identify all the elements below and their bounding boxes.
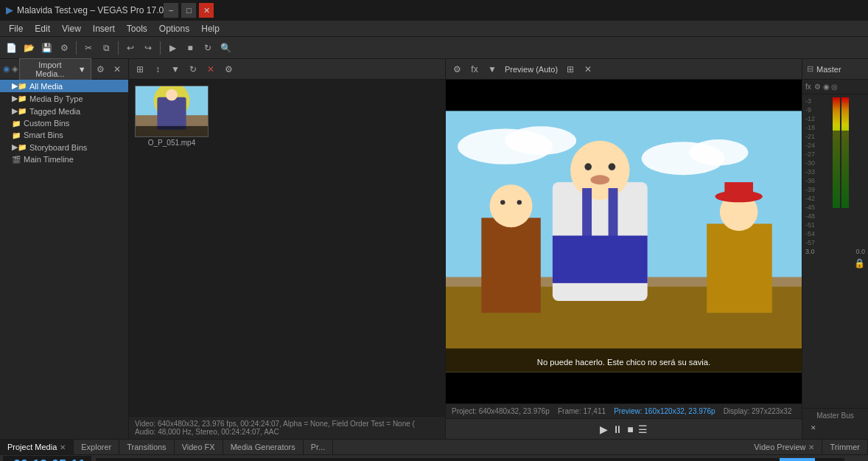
- mixer-close[interactable]: ✕: [805, 420, 822, 436]
- settings2-btn[interactable]: ⚙: [220, 61, 237, 77]
- toolbar-settings[interactable]: ⚙: [93, 61, 108, 77]
- refresh-button[interactable]: ↻: [185, 61, 201, 77]
- tab-close2-icon[interactable]: ✕: [808, 443, 814, 451]
- transport-play[interactable]: ▶: [600, 423, 608, 435]
- open-button[interactable]: 📂: [21, 40, 37, 56]
- svg-point-24: [517, 200, 522, 204]
- tab-close-icon[interactable]: ✕: [60, 443, 66, 451]
- zoom-button[interactable]: 🔍: [217, 40, 234, 56]
- transport-stop[interactable]: ■: [627, 423, 633, 435]
- thumb-item[interactable]: O_P_051.mp4: [135, 86, 209, 410]
- save-button[interactable]: 💾: [38, 40, 55, 56]
- undo-button[interactable]: ↩: [122, 40, 139, 56]
- menu-tools[interactable]: Tools: [121, 22, 153, 35]
- svg-rect-25: [707, 223, 772, 313]
- mixer-header: ⊟ Master: [802, 59, 868, 80]
- svg-point-4: [166, 89, 178, 101]
- tab-label: Video FX: [182, 443, 215, 451]
- menu-view[interactable]: View: [56, 22, 87, 35]
- tab-trimmer[interactable]: Trimmer: [822, 440, 868, 454]
- svg-point-10: [689, 139, 749, 165]
- tab-transitions[interactable]: Transitions: [119, 440, 174, 454]
- tab-video-preview[interactable]: Video Preview ✕: [746, 440, 822, 454]
- folder-icon: 📁: [12, 119, 21, 128]
- maximize-button[interactable]: □: [181, 3, 196, 18]
- tab-label: Transitions: [127, 443, 166, 451]
- preview-grid[interactable]: ⊞: [562, 61, 578, 77]
- media-info-line1: Video: 640x480x32, 23.976 fps, 00:24:24:…: [135, 420, 439, 428]
- preview-fx[interactable]: fx: [466, 61, 483, 77]
- redo-button[interactable]: ↪: [140, 40, 156, 56]
- menubar: File Edit View Insert Tools Options Help: [0, 21, 868, 37]
- cut-button[interactable]: ✂: [80, 40, 97, 56]
- tree-item-custom-bins[interactable]: 📁 Custom Bins: [0, 117, 128, 129]
- media-browser-toolbar: ⊞ ↕ ▼ ↻ ✕ ⚙: [129, 59, 445, 80]
- tree-item-media-by-type[interactable]: ▶ 📁 Media By Type: [0, 92, 128, 105]
- level-marks: -3 -9 -12 -18 -21 -24 -27 -30 -33 -36 -3…: [805, 97, 830, 246]
- minimize-button[interactable]: −: [164, 3, 178, 18]
- timeline: 00:12:05:11 +24:24:07 ⟫ ☰ O_P 051 ◉ ◎ ⊞ …: [0, 455, 868, 461]
- filter-button[interactable]: ▼: [167, 61, 183, 77]
- fx-label: fx: [805, 83, 811, 91]
- tab-label: Explorer: [81, 443, 111, 451]
- mixer-bus-label: Master Bus: [816, 412, 854, 420]
- timeline-scroll-end[interactable]: ⟫: [849, 457, 865, 462]
- mark: -42: [805, 195, 815, 202]
- tree-item-tagged-media[interactable]: ▶ 📁 Tagged Media: [0, 105, 128, 117]
- menu-options[interactable]: Options: [153, 22, 195, 35]
- mixer-label: Master: [816, 65, 841, 74]
- mark: -30: [805, 159, 815, 167]
- tab-media-generators[interactable]: Media Generators: [223, 440, 304, 454]
- sort-button[interactable]: ↕: [150, 61, 166, 77]
- main-area: ◉ ◈ Import Media... ▼ ⚙ ✕ ▶ 📁 All Media …: [0, 59, 868, 439]
- tree-label: Main Timeline: [24, 155, 74, 164]
- expand-icon: ▶: [12, 81, 18, 91]
- play-button[interactable]: ▶: [164, 40, 181, 56]
- sep1: [76, 41, 77, 55]
- menu-insert[interactable]: Insert: [87, 22, 121, 35]
- tree-item-storyboard-bins[interactable]: ▶ 📁 Storyboard Bins: [0, 141, 128, 153]
- loop-button[interactable]: ↻: [200, 40, 216, 56]
- lock-icon: 🔒: [854, 258, 865, 268]
- settings-button[interactable]: ⚙: [56, 40, 72, 56]
- toolbar-close[interactable]: ✕: [110, 61, 125, 77]
- preview-close2[interactable]: ✕: [580, 61, 596, 77]
- media-tree: ▶ 📁 All Media ▶ 📁 Media By Type ▶ 📁 Tagg…: [0, 80, 128, 439]
- dropdown-icon: ▼: [78, 65, 86, 74]
- preview-settings[interactable]: ⚙: [449, 61, 465, 77]
- copy-button[interactable]: ⧉: [98, 40, 114, 56]
- tree-item-all-media[interactable]: ▶ 📁 All Media: [0, 80, 128, 92]
- svg-rect-3: [157, 97, 186, 130]
- svg-point-17: [590, 175, 609, 184]
- stop-button[interactable]: ■: [182, 40, 198, 56]
- preview-res: Preview: 160x120x32, 23.976p: [614, 407, 715, 415]
- tree-item-main-timeline[interactable]: 🎬 Main Timeline: [0, 153, 128, 165]
- view-toggle[interactable]: ⊞: [132, 61, 148, 77]
- new-button[interactable]: 📄: [3, 40, 19, 56]
- menu-edit[interactable]: Edit: [29, 22, 56, 35]
- transport-menu[interactable]: ☰: [638, 423, 648, 435]
- timeline-toolbar: 00:12:05:11 +24:24:07 ⟫: [0, 455, 868, 461]
- left-panel: ◉ ◈ Import Media... ▼ ⚙ ✕ ▶ 📁 All Media …: [0, 59, 129, 439]
- indent: [3, 155, 12, 164]
- svg-rect-20: [553, 235, 648, 283]
- tab-pr[interactable]: Pr...: [304, 440, 334, 454]
- folder-icon: 📁: [18, 143, 27, 151]
- tab-video-fx[interactable]: Video FX: [175, 440, 223, 454]
- tab-label: Media Generators: [231, 443, 295, 451]
- tab-label: Project Media: [7, 443, 57, 451]
- expand-icon: ▶: [12, 106, 18, 116]
- menu-file[interactable]: File: [3, 22, 29, 35]
- sep3: [160, 41, 161, 55]
- close-btn[interactable]: ✕: [203, 61, 219, 77]
- preview-dropdown[interactable]: ▼: [484, 61, 500, 77]
- tab-explorer[interactable]: Explorer: [74, 440, 119, 454]
- close-button[interactable]: ✕: [199, 3, 214, 18]
- media-thumbnails: O_P_051.mp4: [129, 80, 445, 416]
- tree-item-smart-bins[interactable]: 📁 Smart Bins: [0, 129, 128, 141]
- transport-pause[interactable]: ⏸: [612, 423, 623, 435]
- import-media-button[interactable]: Import Media... ▼: [19, 58, 91, 80]
- menu-help[interactable]: Help: [195, 22, 225, 35]
- cursor-position: +24:24:07: [780, 458, 815, 462]
- tab-project-media[interactable]: Project Media ✕: [0, 440, 74, 454]
